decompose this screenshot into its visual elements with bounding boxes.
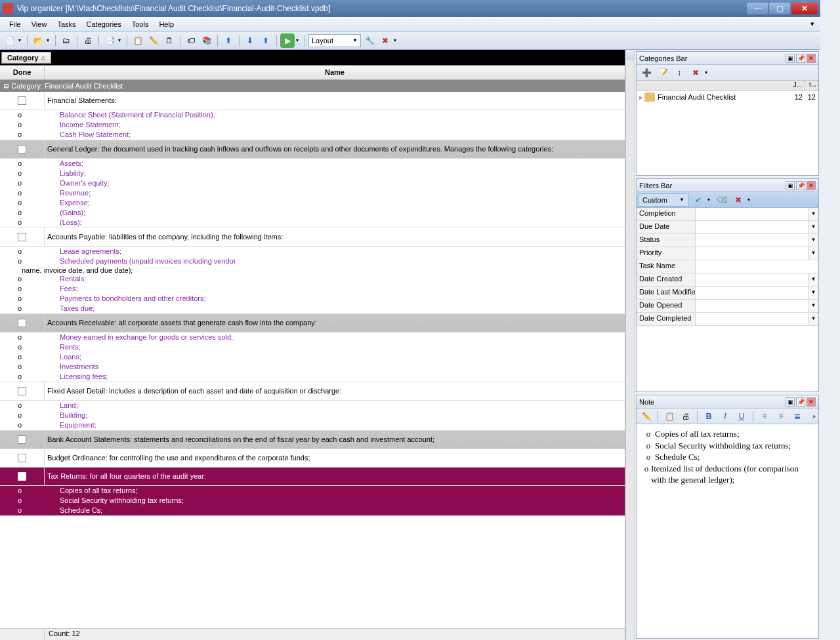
panel-pin-icon[interactable]: 📌	[796, 181, 805, 190]
edit-icon[interactable]: ✏️	[146, 33, 161, 48]
filter-preset-combo[interactable]: Custom ▼	[638, 193, 689, 207]
underline-icon[interactable]: U	[734, 409, 749, 424]
filter-row[interactable]: Date Opened▼	[637, 300, 818, 313]
collapse-icon[interactable]: ⊟	[4, 81, 9, 90]
filter-row[interactable]: Date Completed▼	[637, 313, 818, 326]
menu-tasks[interactable]: Tasks	[52, 19, 81, 30]
tag-icon[interactable]: 🏷	[184, 33, 198, 48]
panel-close-icon[interactable]: ✕	[807, 54, 816, 63]
window-close-button[interactable]: ✕	[791, 3, 818, 14]
edit-cat-icon[interactable]: 📝	[656, 66, 670, 80]
filter-value[interactable]	[696, 313, 808, 325]
delete-icon[interactable]: ✖	[378, 33, 392, 48]
note-content[interactable]: oCopies of all tax returns;oSocial Secur…	[637, 424, 818, 638]
task-row[interactable]: Budget Ordinance: for controlling the us…	[0, 449, 625, 468]
remove-filter-icon[interactable]: ✖	[731, 193, 746, 207]
overflow-icon[interactable]: »	[812, 413, 816, 420]
filter-row[interactable]: Status▼	[637, 234, 818, 247]
checkbox[interactable]	[18, 233, 26, 241]
filter-row[interactable]: Priority▼	[637, 247, 818, 260]
new-db-icon[interactable]: 📄	[3, 33, 17, 48]
checkbox[interactable]	[18, 387, 26, 395]
checkbox[interactable]	[18, 319, 26, 327]
italic-icon[interactable]: I	[718, 409, 732, 424]
dropdown-icon[interactable]: ▾	[296, 37, 301, 43]
dropdown-icon[interactable]: ▾	[394, 37, 399, 43]
filter-value[interactable]	[696, 247, 808, 260]
chevron-down-icon[interactable]: ▼	[808, 234, 818, 247]
col-done[interactable]: Done	[0, 66, 45, 79]
up-blue2-icon[interactable]: ⬆	[259, 33, 273, 48]
filter-value[interactable]	[696, 260, 818, 273]
task-row[interactable]: Financial Statements:	[0, 92, 625, 110]
dropdown-icon[interactable]: ▾	[47, 37, 52, 43]
bullet-list-icon[interactable]: ≣	[790, 409, 805, 424]
menu-overflow-icon[interactable]: ▾	[808, 20, 816, 28]
panel-restore-icon[interactable]: ▣	[786, 54, 795, 63]
chevron-down-icon[interactable]: ▼	[808, 273, 818, 286]
export-icon[interactable]: 📑	[102, 33, 117, 48]
del-cat-icon[interactable]: ✖	[688, 66, 703, 80]
status-green-icon[interactable]: ▶	[280, 33, 295, 48]
filter-row[interactable]: Date Last Modifie▼	[637, 287, 818, 300]
filter-value[interactable]	[696, 300, 808, 312]
sort-cat-icon[interactable]: ↕	[672, 66, 686, 80]
new-cat-icon[interactable]: ➕	[639, 66, 654, 80]
dropdown-icon[interactable]: ▾	[707, 197, 713, 203]
menu-file[interactable]: File	[4, 19, 26, 30]
col-name[interactable]: Name	[45, 66, 625, 79]
filter-value[interactable]	[696, 221, 808, 233]
align-left-icon[interactable]: ≡	[757, 409, 772, 424]
task-row[interactable]: Accounts Payable: liabilities of the com…	[0, 228, 625, 247]
edit-note-icon[interactable]: ✏️	[639, 409, 654, 424]
vertical-scrollbar[interactable]	[625, 50, 635, 640]
window-minimize-button[interactable]: —	[747, 3, 768, 14]
apply-filter-icon[interactable]: ✔	[691, 193, 705, 207]
category-item[interactable]: ▸ Financial Audit Checklist 12 12	[637, 91, 818, 103]
category-group-row[interactable]: ⊟ Category: Financial Audit Checklist	[0, 80, 625, 92]
stack-icon[interactable]: 📚	[200, 33, 214, 48]
folder-icon[interactable]: 🗂	[59, 33, 74, 48]
group-by-category-button[interactable]: Category △	[1, 52, 51, 64]
align-center-icon[interactable]: ≡	[774, 409, 788, 424]
panel-restore-icon[interactable]: ▣	[786, 397, 795, 407]
dropdown-icon[interactable]: ▾	[747, 197, 753, 203]
menu-help[interactable]: Help	[154, 19, 179, 30]
menu-tools[interactable]: Tools	[127, 19, 154, 30]
task-row[interactable]: General Ledger: the document used in tra…	[0, 140, 625, 159]
checkbox[interactable]	[18, 454, 26, 462]
clear-filter-icon[interactable]: ⌫	[715, 193, 729, 207]
filter-value[interactable]	[696, 234, 808, 247]
down-blue-icon[interactable]: ⬇	[243, 33, 257, 48]
layout-combo[interactable]: Layout ▼	[308, 34, 361, 47]
checkbox[interactable]	[18, 472, 26, 481]
chevron-down-icon[interactable]: ▼	[808, 287, 818, 299]
filter-value[interactable]	[696, 273, 808, 286]
panel-pin-icon[interactable]: 📌	[796, 54, 805, 63]
apply-layout-icon[interactable]: 🔧	[362, 33, 377, 48]
task-row[interactable]: Bank Account Statements: statements and …	[0, 431, 625, 449]
chevron-down-icon[interactable]: ▼	[808, 221, 818, 233]
checkbox[interactable]	[18, 96, 26, 105]
new-item-icon[interactable]: 📂	[31, 33, 45, 48]
dropdown-icon[interactable]: ▾	[705, 70, 710, 75]
chevron-down-icon[interactable]: ▼	[808, 313, 818, 325]
up-blue-icon[interactable]: ⬆	[221, 33, 236, 48]
copy-icon[interactable]: 📋	[662, 409, 677, 424]
filter-row[interactable]: Date Created▼	[637, 273, 818, 287]
print-note-icon[interactable]: 🖨	[679, 409, 693, 424]
task-row[interactable]: Accounts Receivable: all corporate asset…	[0, 314, 625, 332]
grid-body[interactable]: ⊟ Category: Financial Audit Checklist Fi…	[0, 80, 625, 628]
checkbox[interactable]	[18, 435, 26, 444]
filter-value[interactable]	[696, 287, 808, 299]
chevron-down-icon[interactable]: ▼	[808, 247, 818, 260]
filter-row[interactable]: Due Date▼	[637, 221, 818, 234]
task-row[interactable]: Fixed Asset Detail: includes a descripti…	[0, 382, 625, 401]
menu-view[interactable]: View	[26, 19, 52, 30]
task-row[interactable]: Tax Returns: for all four quarters of th…	[0, 468, 625, 486]
bold-icon[interactable]: B	[702, 409, 716, 424]
panel-pin-icon[interactable]: 📌	[796, 397, 805, 407]
filter-row[interactable]: Completion▼	[637, 208, 818, 221]
panel-restore-icon[interactable]: ▣	[786, 181, 795, 190]
chevron-down-icon[interactable]: ▼	[808, 300, 818, 312]
